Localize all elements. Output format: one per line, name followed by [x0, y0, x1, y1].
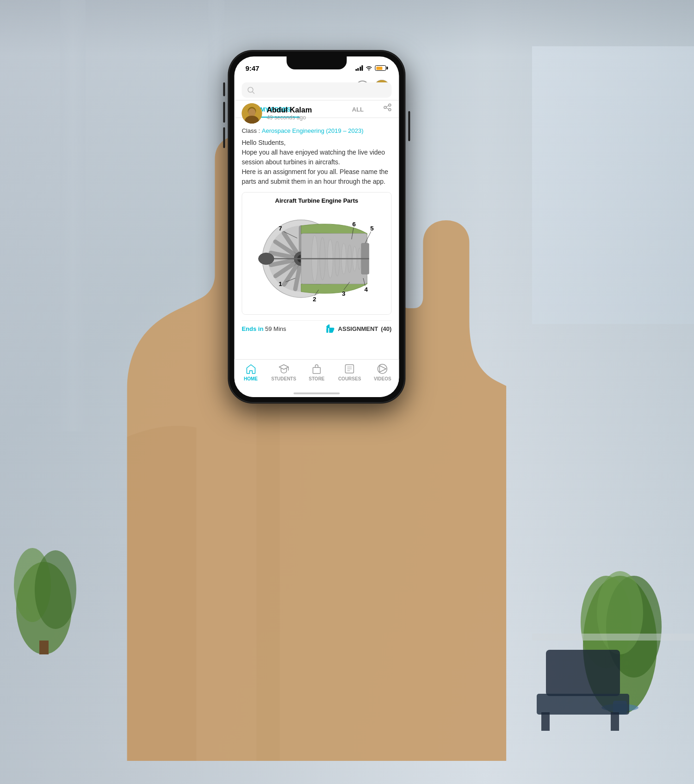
svg-text:5: 5 — [370, 225, 374, 232]
signal-bars-icon — [355, 65, 363, 71]
post-class: Class : Aerospace Engineering (2019 – 20… — [242, 127, 391, 134]
students-icon — [278, 363, 289, 374]
bottom-nav: HOME STUDENTS — [234, 359, 399, 397]
engine-svg: 1 2 3 4 5 6 7 — [247, 208, 386, 310]
svg-line-21 — [252, 92, 254, 93]
svg-rect-13 — [611, 712, 619, 731]
status-time: 9:47 — [245, 64, 259, 72]
svg-text:4: 4 — [365, 286, 368, 293]
svg-text:7: 7 — [279, 225, 282, 232]
volume-up-button[interactable] — [223, 102, 225, 123]
svg-rect-12 — [541, 712, 550, 731]
feed-post: Abdul Kalam 49 seconds ago — [234, 103, 399, 338]
assignment-label: ASSIGNMENT — [338, 325, 378, 332]
phone-notch — [286, 56, 347, 69]
svg-marker-86 — [380, 366, 386, 372]
post-user-avatar — [242, 103, 262, 124]
post-body: Hello Students,Hope you all have enjoyed… — [242, 138, 391, 187]
post-footer: Ends in 59 Mins ASSIGNMENT (40) — [242, 320, 391, 338]
screen-content[interactable]: Abdul Kalam 49 seconds ago — [234, 77, 399, 359]
assignment-count: (40) — [381, 325, 391, 332]
assignment-button[interactable]: ASSIGNMENT (40) — [326, 324, 392, 333]
signal-bar-4 — [361, 65, 363, 71]
nav-item-videos[interactable]: VIDEOS — [366, 363, 399, 381]
signal-bar-3 — [359, 67, 361, 71]
phone-screen: 9:47 — [234, 56, 399, 397]
svg-text:2: 2 — [313, 296, 316, 303]
post-time: 49 seconds ago — [266, 114, 312, 121]
thumbs-up-icon — [326, 324, 335, 333]
svg-line-30 — [386, 106, 389, 107]
silent-switch[interactable] — [223, 82, 225, 96]
power-button[interactable] — [408, 111, 410, 141]
nav-item-home[interactable]: HOME — [234, 363, 267, 381]
class-link[interactable]: Aerospace Engineering (2019 – 2023) — [262, 127, 364, 134]
svg-line-31 — [386, 108, 389, 109]
svg-point-25 — [248, 108, 255, 117]
svg-rect-80 — [327, 328, 328, 333]
status-icons — [355, 65, 388, 71]
wifi-icon — [365, 65, 372, 71]
svg-point-27 — [389, 104, 391, 106]
svg-rect-3 — [39, 641, 49, 654]
bg-plant-left — [9, 516, 79, 654]
store-icon — [311, 363, 322, 374]
phone-scene: 9:47 — [127, 23, 506, 761]
svg-point-65 — [259, 253, 274, 264]
ends-in-time: 59 Mins — [265, 325, 286, 332]
bg-furniture — [532, 645, 648, 738]
engine-diagram: Aircraft Turbine Engine Parts — [242, 192, 391, 315]
svg-rect-11 — [537, 694, 629, 715]
nav-item-store[interactable]: STORE — [300, 363, 333, 381]
svg-point-7 — [597, 571, 643, 654]
volume-down-button[interactable] — [223, 127, 225, 148]
nav-label-videos: VIDEOS — [374, 376, 391, 381]
videos-icon — [377, 363, 388, 374]
ends-in-label: Ends in — [242, 325, 263, 332]
svg-text:6: 6 — [353, 221, 356, 228]
bg-window-light — [532, 46, 694, 324]
share-button[interactable] — [383, 103, 391, 113]
svg-point-29 — [384, 106, 386, 109]
nav-item-courses[interactable]: COURSES — [333, 363, 366, 381]
search-input[interactable] — [258, 86, 386, 94]
diagram-title: Aircraft Turbine Engine Parts — [247, 197, 386, 204]
class-label: Class : — [242, 127, 260, 134]
nav-label-store: STORE — [309, 376, 324, 381]
page-container: 9:47 — [0, 0, 694, 784]
nav-label-courses: COURSES — [338, 376, 361, 381]
search-bar — [242, 82, 391, 98]
post-user-name: Abdul Kalam — [266, 106, 312, 114]
courses-icon — [344, 363, 355, 374]
post-header: Abdul Kalam 49 seconds ago — [242, 103, 391, 124]
phone-body: 9:47 — [229, 51, 404, 403]
signal-bar-2 — [357, 68, 359, 71]
signal-bar-1 — [355, 69, 357, 71]
nav-label-home: HOME — [244, 376, 258, 381]
svg-rect-82 — [313, 367, 320, 373]
svg-point-2 — [35, 550, 76, 629]
home-icon — [245, 363, 256, 374]
engine-image: 1 2 3 4 5 6 7 — [247, 208, 386, 310]
search-icon — [247, 87, 254, 94]
post-user-info: Abdul Kalam 49 seconds ago — [242, 103, 312, 124]
nav-item-students[interactable]: STUDENTS — [267, 363, 300, 381]
bg-column-1 — [60, 0, 86, 431]
nav-label-students: STUDENTS — [271, 376, 296, 381]
bg-table — [532, 634, 694, 641]
svg-text:3: 3 — [342, 290, 345, 297]
post-user-details: Abdul Kalam 49 seconds ago — [266, 106, 312, 121]
battery-icon — [375, 65, 388, 71]
svg-rect-10 — [546, 650, 620, 696]
ends-in: Ends in 59 Mins — [242, 325, 286, 332]
svg-text:1: 1 — [279, 280, 282, 287]
svg-point-28 — [389, 109, 391, 111]
home-indicator — [293, 392, 340, 394]
